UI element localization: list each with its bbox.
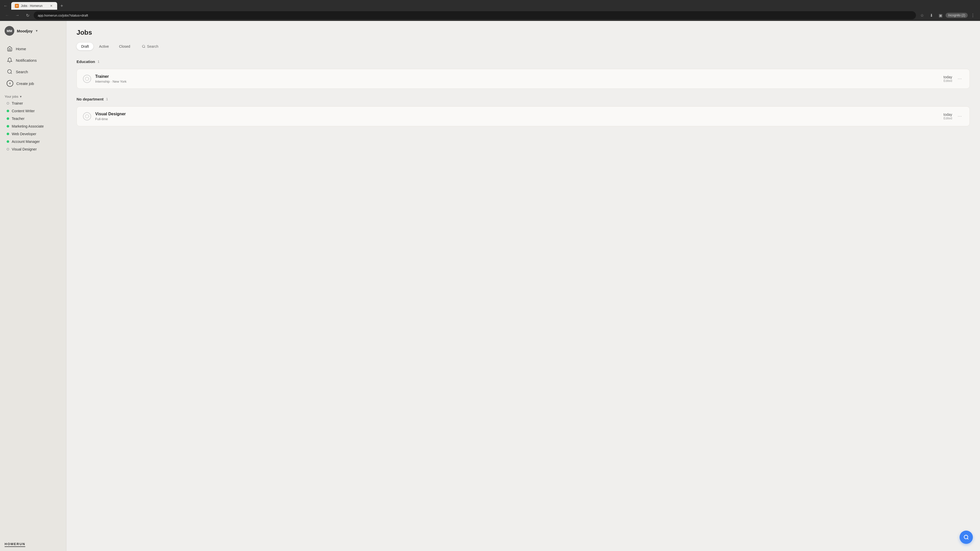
job-card-trainer-more-button[interactable]: ···: [956, 75, 963, 83]
section-no-department-title: No department: [76, 97, 103, 101]
main-content: Jobs Draft Active Closed Search Educatio…: [66, 21, 980, 551]
sidebar-job-web-developer-label: Web Developer: [12, 132, 36, 136]
tab-closed[interactable]: Closed: [115, 43, 135, 50]
job-card-visual-designer-info: Visual Designer Full-time: [95, 112, 943, 121]
job-card-visual-designer-more-button[interactable]: ···: [956, 113, 963, 120]
job-card-trainer-meta: today Edited: [943, 75, 952, 83]
bell-icon: [6, 57, 13, 63]
your-jobs-label: Your jobs: [5, 95, 18, 98]
active-tab[interactable]: H Jobs · Homerun ✕: [11, 2, 57, 10]
sidebar-job-visual-designer-label: Visual Designer: [12, 147, 37, 151]
job-status-dot-content-writer: [6, 110, 9, 112]
job-card-trainer-icon: [83, 75, 91, 83]
download-button[interactable]: ⬇: [927, 11, 935, 19]
job-card-trainer-sub: Internship · New York: [95, 79, 943, 83]
your-jobs-chevron: ▾: [20, 95, 22, 98]
sidebar-item-home[interactable]: Home: [2, 43, 64, 54]
org-dropdown-arrow: ▼: [35, 29, 38, 33]
section-education-count: 1: [98, 60, 100, 64]
tab-close-button[interactable]: ✕: [49, 3, 54, 8]
sidebar-item-create-job[interactable]: + Create job: [2, 78, 64, 89]
browser-chrome: ← H Jobs · Homerun ✕ + ← → ↻ app.homerun…: [0, 0, 980, 21]
org-name: Moodjoy: [17, 29, 33, 33]
sidebar-item-notifications[interactable]: Notifications: [2, 55, 64, 66]
incognito-badge[interactable]: Incognito (2): [945, 13, 968, 18]
section-no-department-count: 1: [106, 97, 108, 101]
tab-favicon: H: [15, 4, 19, 8]
sidebar-toggle-button[interactable]: ▣: [936, 11, 945, 19]
sidebar-item-create-job-label: Create job: [16, 81, 34, 86]
home-icon: [6, 46, 13, 52]
tab-search-label: Search: [147, 44, 158, 48]
menu-button[interactable]: ⋮: [969, 11, 977, 19]
job-status-dot-teacher: [6, 118, 9, 120]
app-layout: MM Moodjoy ▼ Home Notifications: [0, 21, 980, 551]
sidebar-job-marketing-associate[interactable]: Marketing Associate: [5, 122, 62, 130]
your-jobs-section: Your jobs ▾ Trainer Content Writer Teach…: [0, 92, 66, 155]
search-icon: [6, 68, 13, 75]
job-card-trainer-title: Trainer: [95, 74, 943, 79]
sidebar-job-content-writer-label: Content Writer: [12, 109, 35, 113]
filter-tabs: Draft Active Closed Search: [76, 43, 970, 50]
search-fab-icon: [963, 534, 969, 540]
search-fab[interactable]: [959, 530, 973, 544]
avatar: MM: [5, 26, 14, 36]
sidebar-job-account-manager[interactable]: Account Manager: [5, 138, 62, 145]
sidebar-job-visual-designer[interactable]: Visual Designer: [5, 145, 62, 153]
job-card-trainer-edit: Edited: [943, 79, 952, 83]
sidebar-job-account-manager-label: Account Manager: [12, 140, 40, 144]
job-card-trainer-info: Trainer Internship · New York: [95, 74, 943, 83]
sidebar-job-trainer-label: Trainer: [12, 101, 23, 105]
svg-line-7: [967, 538, 968, 539]
tab-bar: ← H Jobs · Homerun ✕ +: [0, 0, 980, 10]
job-card-visual-designer[interactable]: Visual Designer Full-time today Edited ·…: [76, 106, 970, 126]
section-no-department: No department 1: [76, 95, 970, 103]
svg-point-5: [85, 114, 89, 118]
tab-title: Jobs · Homerun: [21, 4, 47, 8]
sidebar-item-home-label: Home: [16, 47, 26, 51]
svg-point-6: [964, 535, 968, 539]
sidebar-header[interactable]: MM Moodjoy ▼: [0, 21, 66, 41]
new-tab-button[interactable]: +: [58, 2, 65, 10]
section-education: Education 1: [76, 57, 970, 66]
back-button[interactable]: ←: [3, 11, 11, 19]
svg-point-2: [142, 45, 145, 48]
search-tab-icon: [142, 44, 145, 48]
section-education-title: Education: [76, 59, 95, 64]
job-card-visual-designer-sub: Full-time: [95, 117, 943, 121]
address-bar-row: ← → ↻ app.homerun.co/jobs?status=draft ☆…: [0, 10, 980, 21]
new-tab-nav[interactable]: ←: [2, 2, 9, 10]
sidebar-job-teacher-label: Teacher: [12, 117, 24, 121]
tab-search[interactable]: Search: [138, 43, 162, 50]
job-card-trainer-date: today: [943, 75, 952, 79]
job-card-trainer[interactable]: Trainer Internship · New York today Edit…: [76, 69, 970, 89]
sidebar-item-search[interactable]: Search: [2, 66, 64, 77]
sidebar-item-notifications-label: Notifications: [16, 58, 37, 62]
address-bar-actions: ☆ ⬇ ▣ Incognito (2) ⋮: [918, 11, 977, 19]
job-status-dot-account-manager: [6, 140, 9, 143]
sidebar: MM Moodjoy ▼ Home Notifications: [0, 21, 66, 551]
job-card-visual-designer-meta: today Edited: [943, 113, 952, 120]
job-card-visual-designer-title: Visual Designer: [95, 112, 943, 116]
tab-back-forward: ←: [2, 2, 9, 10]
job-status-dot-trainer: [6, 102, 9, 105]
svg-line-3: [145, 47, 145, 48]
your-jobs-header[interactable]: Your jobs ▾: [5, 95, 62, 98]
tab-active[interactable]: Active: [94, 43, 113, 50]
page-title: Jobs: [76, 29, 970, 37]
sidebar-item-search-label: Search: [16, 70, 28, 74]
job-status-dot-marketing-associate: [6, 125, 9, 127]
address-bar-input[interactable]: app.homerun.co/jobs?status=draft: [34, 11, 916, 19]
sidebar-job-trainer[interactable]: Trainer: [5, 100, 62, 107]
bookmark-button[interactable]: ☆: [918, 11, 926, 19]
forward-button[interactable]: →: [13, 11, 21, 19]
tab-draft[interactable]: Draft: [76, 43, 94, 50]
svg-line-1: [11, 73, 12, 74]
sidebar-job-web-developer[interactable]: Web Developer: [5, 130, 62, 138]
sidebar-job-teacher[interactable]: Teacher: [5, 115, 62, 122]
reload-button[interactable]: ↻: [24, 11, 32, 19]
job-card-visual-designer-edit: Edited: [943, 117, 952, 120]
sidebar-job-content-writer[interactable]: Content Writer: [5, 107, 62, 115]
svg-point-0: [8, 70, 11, 73]
job-card-visual-designer-date: today: [943, 113, 952, 117]
